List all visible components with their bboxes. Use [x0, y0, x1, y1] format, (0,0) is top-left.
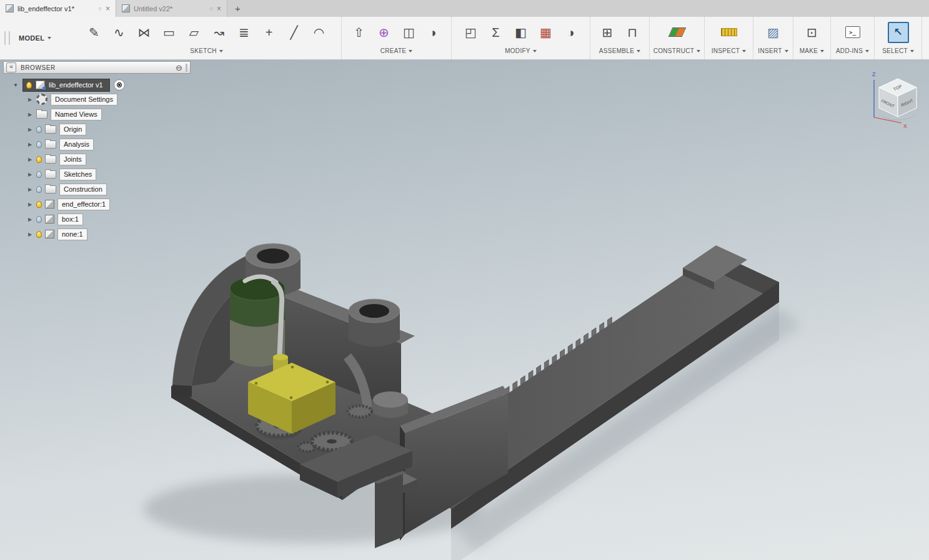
- document-tab-bar: lib_endeffector v1*○×Untitled v22*○× +: [0, 0, 929, 17]
- visibility-bulb-icon[interactable]: [36, 156, 42, 163]
- expand-arrow-icon[interactable]: ▶: [27, 142, 33, 147]
- tree-item-none-1[interactable]: ▶none:1: [3, 227, 191, 242]
- group-dropdown-create[interactable]: CREATE: [380, 47, 413, 54]
- collapse-panel-icon[interactable]: «: [6, 62, 16, 72]
- spline-icon[interactable]: ∿: [108, 21, 131, 44]
- tab-close-icon[interactable]: ×: [106, 4, 110, 13]
- group-dropdown-add-ins[interactable]: ADD-INS: [836, 47, 869, 54]
- visibility-bulb-icon[interactable]: [36, 186, 42, 193]
- pattern-mirror-icon[interactable]: ◫: [398, 21, 420, 44]
- tree-item-named-views[interactable]: ▶Named Views: [3, 107, 191, 122]
- expand-arrow-icon[interactable]: ▶: [27, 127, 33, 132]
- group-dropdown-make[interactable]: MAKE: [800, 47, 825, 54]
- sphere-icon[interactable]: ⊕: [373, 21, 395, 44]
- new-document-button[interactable]: +: [227, 0, 248, 17]
- gear-icon: [36, 94, 47, 105]
- group-label: INSERT: [758, 47, 782, 54]
- tree-item-box-1[interactable]: ▶box:1: [3, 212, 191, 227]
- interference-icon[interactable]: ▦: [535, 21, 557, 44]
- visibility-bulb-icon[interactable]: [26, 82, 32, 89]
- toolbar-group-construct: CONSTRUCT: [650, 17, 705, 59]
- press-pull-icon[interactable]: ◰: [460, 21, 482, 44]
- expand-arrow-icon[interactable]: ▶: [27, 232, 33, 237]
- group-dropdown-sketch[interactable]: SKETCH: [190, 47, 222, 54]
- offset-icon[interactable]: ▱: [183, 21, 206, 44]
- document-tab-lib-endeffector-v1[interactable]: lib_endeffector v1*○×: [0, 0, 116, 17]
- rectangle-icon[interactable]: ▭: [158, 21, 181, 44]
- expand-arrow-icon[interactable]: ▼: [12, 82, 19, 88]
- toolbar-group-sketch: ✎∿⋈▭▱↝≣+╱◠SKETCH: [72, 17, 342, 59]
- component-icon: [36, 81, 45, 89]
- tree-item-document-settings[interactable]: ▶Document Settings: [3, 92, 191, 107]
- split-body-icon[interactable]: ◑: [560, 21, 582, 44]
- expand-arrow-icon[interactable]: ▶: [27, 172, 33, 177]
- visibility-bulb-icon[interactable]: [36, 216, 42, 223]
- activate-component-radio[interactable]: [114, 79, 125, 91]
- trim-icon[interactable]: ╱: [283, 21, 306, 44]
- visibility-bulb-icon[interactable]: [36, 141, 42, 148]
- group-dropdown-insert[interactable]: INSERT: [758, 47, 788, 54]
- select-cursor-icon[interactable]: ↖: [888, 22, 909, 43]
- new-component-icon[interactable]: ⊞: [596, 21, 619, 44]
- visibility-bulb-icon[interactable]: [36, 171, 42, 178]
- group-dropdown-inspect[interactable]: INSPECT: [712, 47, 746, 54]
- expand-arrow-icon[interactable]: ▶: [27, 157, 33, 162]
- document-tab-untitled-v22[interactable]: Untitled v22*○×: [116, 0, 227, 17]
- arc-icon[interactable]: ◠: [308, 21, 330, 44]
- visibility-bulb-icon[interactable]: [36, 126, 42, 133]
- expand-arrow-icon[interactable]: ▶: [27, 217, 33, 222]
- construct-plane-icon[interactable]: [666, 21, 688, 44]
- minimize-panel-icon[interactable]: ⊖: [176, 63, 182, 72]
- joint-icon[interactable]: ⊓: [621, 21, 643, 44]
- chevron-down-icon: [697, 50, 700, 52]
- combine-icon[interactable]: ◧: [510, 21, 532, 44]
- make-3d-print-icon[interactable]: ⊡: [801, 21, 823, 44]
- create-sketch-icon[interactable]: ✎: [83, 21, 106, 44]
- group-dropdown-select[interactable]: SELECT: [882, 47, 914, 54]
- toolbar-group-select: ↖SELECT: [875, 17, 922, 59]
- toolbar-group-inspect: INSPECT: [705, 17, 753, 59]
- tree-item-label: Document Settings: [51, 94, 117, 106]
- visibility-bulb-icon[interactable]: [36, 231, 42, 238]
- tree-item-root[interactable]: ▼ lib_endeffector v1: [3, 78, 191, 92]
- insert-image-icon[interactable]: ▨: [762, 21, 785, 44]
- expand-arrow-icon[interactable]: ▶: [27, 112, 33, 117]
- tree-item-joints[interactable]: ▶Joints: [3, 152, 191, 167]
- folder-icon: [36, 111, 47, 119]
- point-icon[interactable]: +: [258, 21, 281, 44]
- tree-item-label: box:1: [57, 214, 83, 225]
- mirror-icon[interactable]: ⋈: [133, 21, 156, 44]
- tab-label: lib_endeffector v1*: [17, 5, 95, 12]
- expand-arrow-icon[interactable]: ▶: [27, 187, 33, 192]
- browser-header[interactable]: « BROWSER ⊖: [3, 61, 191, 74]
- change-parameters-icon[interactable]: Σ: [485, 21, 507, 44]
- scripts-addins-icon: >_: [845, 26, 860, 38]
- tree-item-construction[interactable]: ▶Construction: [3, 182, 191, 197]
- tree-item-end-effector-1[interactable]: ▶end_effector:1: [3, 197, 191, 212]
- unsaved-indicator-icon: ○: [99, 6, 102, 12]
- panel-grip[interactable]: [186, 64, 187, 72]
- visibility-bulb-icon[interactable]: [36, 201, 42, 208]
- chevron-down-icon: [865, 50, 869, 52]
- curve-icon[interactable]: ↝: [208, 21, 231, 44]
- extrude-icon[interactable]: ⇧: [348, 21, 370, 44]
- sketch-pattern-icon[interactable]: ≣: [233, 21, 256, 44]
- group-label: ASSEMBLE: [599, 47, 634, 54]
- group-dropdown-assemble[interactable]: ASSEMBLE: [599, 47, 640, 54]
- folder-icon: [45, 185, 56, 194]
- view-cube[interactable]: TOP FRONT RIGHT Z X: [872, 71, 917, 129]
- measure-icon[interactable]: [718, 21, 740, 44]
- group-dropdown-modify[interactable]: MODIFY: [505, 47, 537, 54]
- tab-close-icon[interactable]: ×: [217, 4, 221, 13]
- form-icon[interactable]: ◗: [423, 21, 445, 44]
- expand-arrow-icon[interactable]: ▶: [27, 202, 33, 207]
- tree-item-analysis[interactable]: ▶Analysis: [3, 137, 191, 152]
- scripts-addins-icon[interactable]: >_: [842, 21, 864, 44]
- expand-arrow-icon[interactable]: ▶: [27, 97, 33, 102]
- active-component-bar[interactable]: lib_endeffector v1: [22, 79, 110, 92]
- toolbar-groups: ✎∿⋈▭▱↝≣+╱◠SKETCH⇧⊕◫◗CREATE◰Σ◧▦◑MODIFY⊞⊓A…: [0, 17, 929, 59]
- group-dropdown-construct[interactable]: CONSTRUCT: [653, 47, 700, 54]
- tree-item-origin[interactable]: ▶Origin: [3, 122, 191, 137]
- tree-item-sketches[interactable]: ▶Sketches: [3, 167, 191, 182]
- chevron-down-icon: [820, 50, 824, 52]
